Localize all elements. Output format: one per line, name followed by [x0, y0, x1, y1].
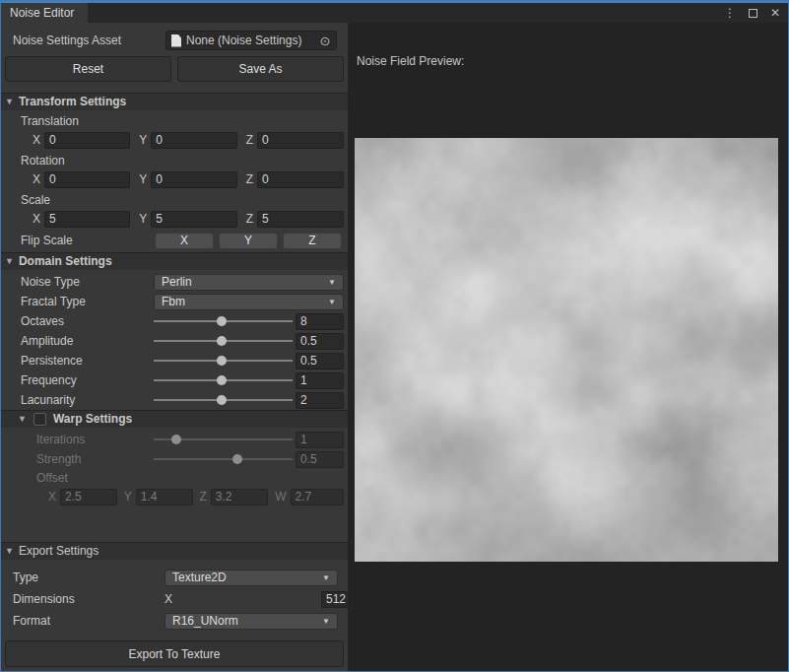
octaves-label: Octaves — [21, 314, 154, 328]
y-axis-label: Y — [124, 490, 132, 504]
translation-x-input[interactable] — [44, 132, 130, 149]
translation-label: Translation — [21, 114, 348, 129]
foldout-arrow-icon[interactable]: ▼ — [5, 546, 14, 556]
slider-thumb[interactable] — [217, 395, 227, 405]
chevron-down-icon: ▼ — [328, 298, 336, 306]
preview-label: Noise Field Preview: — [357, 54, 464, 68]
amplitude-label: Amplitude — [21, 334, 154, 348]
foldout-arrow-icon[interactable]: ▼ — [18, 414, 27, 424]
offset-label: Offset — [36, 471, 348, 486]
noise-settings-asset-object-field[interactable]: None (Noise Settings) ⊙ — [165, 31, 337, 50]
warp-enabled-checkbox[interactable] — [33, 413, 46, 426]
slider-thumb[interactable] — [217, 356, 227, 366]
iterations-value-input — [296, 432, 344, 448]
y-axis-label: Y — [139, 212, 147, 226]
w-axis-label: W — [275, 490, 286, 504]
fractal-type-dropdown[interactable]: Fbm ▼ — [154, 294, 344, 310]
chevron-down-icon: ▼ — [322, 573, 330, 582]
chevron-down-icon: ▼ — [322, 617, 330, 626]
lacunarity-slider[interactable] — [154, 392, 293, 408]
frequency-slider[interactable] — [154, 372, 293, 388]
slider-thumb[interactable] — [217, 375, 227, 385]
amplitude-slider[interactable] — [154, 333, 293, 349]
export-settings-header[interactable]: ▼ Export Settings — [1, 542, 348, 560]
slider-thumb[interactable] — [217, 336, 227, 346]
iterations-slider — [154, 432, 293, 447]
amplitude-value-input[interactable] — [296, 333, 344, 350]
warp-settings-header[interactable]: ▼ Warp Settings — [1, 410, 348, 428]
frequency-label: Frequency — [21, 373, 154, 387]
x-axis-label: X — [164, 592, 316, 606]
octaves-slider[interactable] — [154, 313, 293, 329]
flip-scale-buttons: X Y Z — [155, 233, 342, 249]
reset-button[interactable]: Reset — [5, 56, 171, 82]
fractal-type-label: Fractal Type — [21, 295, 154, 308]
asset-field-value: None (Noise Settings) — [186, 34, 301, 47]
z-axis-label: Z — [200, 490, 207, 504]
octaves-value-input[interactable] — [296, 313, 344, 330]
format-dropdown[interactable]: R16_UNorm ▼ — [164, 613, 338, 630]
rotation-z-input[interactable] — [257, 171, 344, 188]
persistence-label: Persistence — [21, 354, 154, 368]
object-picker-icon[interactable]: ⊙ — [316, 34, 334, 47]
tab-noise-editor[interactable]: Noise Editor — [1, 3, 88, 23]
z-axis-label: Z — [246, 172, 253, 186]
frequency-value-input[interactable] — [296, 372, 344, 389]
y-axis-label: Y — [139, 172, 147, 186]
asset-field-label: Noise Settings Asset — [13, 34, 121, 47]
fractal-type-value: Fbm — [162, 295, 185, 308]
translation-y-input[interactable] — [151, 132, 236, 149]
x-axis-label: X — [33, 172, 40, 186]
preview-panel: Noise Field Preview: — [348, 23, 788, 671]
export-settings-title: Export Settings — [19, 544, 99, 558]
scale-z-input[interactable] — [257, 211, 344, 228]
rotation-label: Rotation — [21, 154, 348, 168]
scale-fields: X Y Z — [33, 209, 344, 229]
title-bar: Noise Editor ⋮ ✕ — [1, 1, 788, 23]
export-type-dropdown[interactable]: Texture2D ▼ — [164, 570, 338, 586]
scale-x-input[interactable] — [44, 211, 130, 228]
warp-settings-title: Warp Settings — [53, 412, 132, 426]
slider-track — [154, 458, 293, 460]
x-axis-label: X — [48, 490, 56, 504]
noise-type-dropdown[interactable]: Perlin ▼ — [154, 274, 344, 291]
transform-settings-header[interactable]: ▼ Transform Settings — [1, 93, 348, 110]
z-axis-label: Z — [246, 133, 253, 147]
translation-z-input[interactable] — [257, 132, 344, 149]
offset-x-input — [60, 489, 117, 505]
slider-thumb — [171, 435, 181, 444]
rotation-y-input[interactable] — [151, 171, 236, 188]
iterations-label: Iterations — [36, 433, 154, 446]
close-icon[interactable]: ✕ — [770, 7, 780, 19]
z-axis-label: Z — [246, 212, 253, 226]
lacunarity-value-input[interactable] — [296, 392, 344, 409]
x-axis-label: X — [33, 133, 40, 147]
strength-value-input — [296, 451, 344, 468]
scale-y-input[interactable] — [151, 211, 236, 228]
dimensions-label: Dimensions — [13, 592, 164, 606]
x-axis-label: X — [33, 212, 40, 226]
persistence-slider[interactable] — [154, 353, 293, 369]
strength-slider — [154, 451, 293, 467]
domain-settings-header[interactable]: ▼ Domain Settings — [1, 252, 348, 270]
export-to-texture-button[interactable]: Export To Texture — [5, 640, 344, 667]
flip-y-button[interactable]: Y — [219, 233, 278, 249]
persistence-value-input[interactable] — [296, 353, 344, 370]
foldout-arrow-icon[interactable]: ▼ — [5, 256, 14, 266]
foldout-arrow-icon[interactable]: ▼ — [5, 97, 14, 106]
noise-editor-window: Noise Editor ⋮ ✕ Noise Settings Asset No… — [0, 0, 789, 672]
transform-settings-title: Transform Settings — [19, 95, 126, 108]
slider-thumb[interactable] — [217, 316, 227, 326]
translation-fields: X Y Z — [33, 130, 344, 150]
maximize-icon[interactable] — [749, 9, 757, 18]
export-type-label: Type — [13, 571, 164, 584]
y-axis-label: Y — [139, 133, 147, 147]
flip-x-button[interactable]: X — [155, 233, 214, 249]
save-as-button[interactable]: Save As — [177, 56, 344, 82]
strength-label: Strength — [36, 452, 154, 466]
flip-z-button[interactable]: Z — [283, 233, 342, 249]
rotation-x-input[interactable] — [44, 171, 130, 188]
slider-thumb — [232, 454, 242, 464]
format-value: R16_UNorm — [172, 614, 238, 628]
kebab-menu-icon[interactable]: ⋮ — [724, 7, 736, 19]
